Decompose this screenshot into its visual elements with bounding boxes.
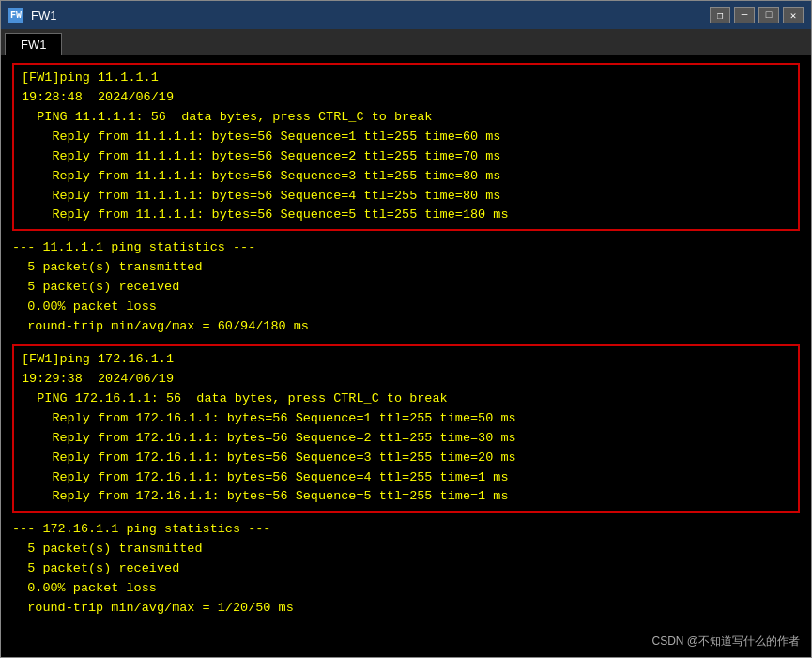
- stats2-line3: 5 packet(s) received: [12, 559, 800, 579]
- ping2-reply-2: Reply from 172.16.1.1: bytes=56 Sequence…: [22, 429, 790, 449]
- stats2-section: --- 172.16.1.1 ping statistics --- 5 pac…: [12, 518, 800, 626]
- ping2-timestamp: 19:29:38 2024/06/19: [22, 370, 790, 390]
- ping1-header: PING 11.1.1.1: 56 data bytes, press CTRL…: [22, 108, 790, 128]
- main-window: FW FW1 ❐ ─ □ ✕ FW1 [FW1]ping 11.1.1.1 19…: [0, 0, 812, 658]
- stats2-line2: 5 packet(s) transmitted: [12, 540, 800, 559]
- stats1-line1: --- 11.1.1.1 ping statistics ---: [12, 238, 800, 258]
- ping1-timestamp: 19:28:48 2024/06/19: [22, 88, 790, 108]
- ping2-reply-1: Reply from 172.16.1.1: bytes=56 Sequence…: [22, 409, 790, 429]
- stats1-line5: round-trip min/avg/max = 60/94/180 ms: [12, 317, 800, 337]
- minimize-button[interactable]: ─: [734, 7, 755, 23]
- stats1-line3: 5 packet(s) received: [12, 278, 800, 298]
- stats2-line5: round-trip min/avg/max = 1/20/50 ms: [12, 599, 800, 619]
- stats1-line2: 5 packet(s) transmitted: [12, 258, 800, 278]
- app-icon-label: FW: [10, 10, 22, 21]
- stats2-line4: 0.00% packet loss: [12, 579, 800, 599]
- ping2-reply-5: Reply from 172.16.1.1: bytes=56 Sequence…: [22, 487, 790, 507]
- terminal-body: [FW1]ping 11.1.1.1 19:28:48 2024/06/19 P…: [1, 55, 811, 657]
- close-button[interactable]: ✕: [783, 7, 804, 23]
- watermark: CSDN @不知道写什么的作者: [651, 634, 800, 650]
- stats1-section: --- 11.1.1.1 ping statistics --- 5 packe…: [12, 237, 800, 344]
- ping1-reply-3: Reply from 11.1.1.1: bytes=56 Sequence=3…: [22, 167, 790, 187]
- maximize-button[interactable]: □: [758, 7, 779, 23]
- ping2-reply-3: Reply from 172.16.1.1: bytes=56 Sequence…: [22, 449, 790, 468]
- app-icon: FW: [8, 8, 23, 23]
- tab-bar: FW1: [1, 29, 811, 55]
- stats2-line1: --- 172.16.1.1 ping statistics ---: [12, 520, 800, 540]
- ping1-reply-2: Reply from 11.1.1.1: bytes=56 Sequence=2…: [22, 147, 790, 167]
- stats1-line4: 0.00% packet loss: [12, 298, 800, 317]
- ping2-reply-4: Reply from 172.16.1.1: bytes=56 Sequence…: [22, 468, 790, 488]
- title-bar: FW FW1 ❐ ─ □ ✕: [1, 1, 811, 29]
- ping2-command: [FW1]ping 172.16.1.1: [22, 350, 790, 370]
- restore-button[interactable]: ❐: [710, 7, 730, 23]
- title-bar-left: FW FW1: [8, 8, 56, 23]
- window-controls: ❐ ─ □ ✕: [710, 7, 804, 23]
- ping2-header: PING 172.16.1.1: 56 data bytes, press CT…: [22, 390, 790, 409]
- ping1-command: [FW1]ping 11.1.1.1: [22, 69, 790, 88]
- ping1-reply-4: Reply from 11.1.1.1: bytes=56 Sequence=4…: [22, 187, 790, 207]
- ping2-box: [FW1]ping 172.16.1.1 19:29:38 2024/06/19…: [12, 344, 800, 513]
- ping1-box: [FW1]ping 11.1.1.1 19:28:48 2024/06/19 P…: [12, 63, 800, 231]
- window-title: FW1: [31, 8, 56, 23]
- tab-fw1[interactable]: FW1: [5, 33, 62, 55]
- ping1-reply-1: Reply from 11.1.1.1: bytes=56 Sequence=1…: [22, 128, 790, 147]
- ping1-reply-5: Reply from 11.1.1.1: bytes=56 Sequence=5…: [22, 206, 790, 225]
